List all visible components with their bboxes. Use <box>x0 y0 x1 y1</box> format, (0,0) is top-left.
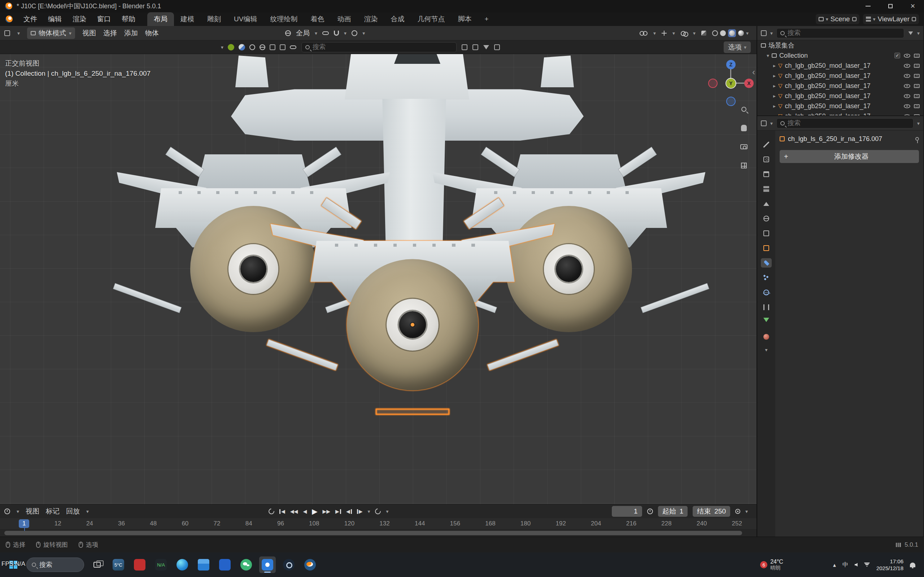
outliner-search[interactable] <box>776 28 904 38</box>
orientation-label[interactable]: 全局 <box>296 29 310 38</box>
xray-toggle-icon[interactable] <box>701 31 706 36</box>
frame-end-field[interactable]: 结束 250 <box>693 506 730 517</box>
tab-texture-paint[interactable]: 纹理绘制 <box>263 12 304 26</box>
file-explorer-button[interactable] <box>195 556 212 573</box>
tab-shading[interactable]: 着色 <box>304 12 331 26</box>
tab-rendering[interactable]: 渲染 <box>357 12 384 26</box>
filter-funnel-icon[interactable] <box>483 45 489 49</box>
tab-collection[interactable] <box>761 229 772 238</box>
tab-world[interactable] <box>761 214 772 223</box>
shield-icon[interactable] <box>494 44 500 50</box>
zoom-button[interactable] <box>739 105 749 114</box>
menu-render[interactable]: 渲染 <box>67 12 92 26</box>
tab-output[interactable] <box>761 169 772 179</box>
tab-modeling[interactable]: 建模 <box>174 12 201 26</box>
play-button[interactable]: ▶ <box>312 507 317 516</box>
close-button[interactable]: × <box>901 0 924 12</box>
tab-layout[interactable]: 布局 <box>147 12 174 26</box>
tab-scripting[interactable]: 脚本 <box>451 12 478 26</box>
tab-animation[interactable]: 动画 <box>331 12 357 26</box>
blender-menu[interactable] <box>0 12 18 26</box>
tab-strip-chevron[interactable]: ▾ <box>765 347 767 353</box>
prev-frame-button[interactable]: ◀ <box>346 508 352 514</box>
timeline-editor-icon[interactable] <box>4 508 10 514</box>
menu-help[interactable]: 帮助 <box>116 12 141 26</box>
weather-widget[interactable]: 6 24°C 晴朗 <box>760 559 783 571</box>
shading-solid-icon[interactable] <box>720 30 726 36</box>
steam-button[interactable] <box>281 556 297 573</box>
ortho-toggle-button[interactable] <box>739 161 749 170</box>
current-frame-field[interactable]: 1 <box>612 506 642 517</box>
navigation-gizmo[interactable]: Z Y X <box>704 56 756 110</box>
timeline-scrollbar[interactable] <box>4 531 742 535</box>
jump-to-start-button[interactable]: ◀ <box>279 508 285 514</box>
outliner-item[interactable]: ▸ ▽ ch_lgb_gb250_mod_laser_17 <box>757 81 923 91</box>
new-viewlayer-icon[interactable] <box>912 17 916 21</box>
editor-type-icon[interactable] <box>4 30 10 36</box>
play-reverse-button[interactable]: ◀ <box>303 508 307 514</box>
menu-add[interactable]: 添加 <box>124 29 138 38</box>
edge-button[interactable] <box>174 556 191 573</box>
timeline-menu-playback[interactable]: 回放 <box>66 507 80 516</box>
tab-object[interactable] <box>761 243 772 253</box>
jump-to-end-button[interactable]: ▶ <box>335 508 341 514</box>
outliner-item[interactable]: ▸ ▽ ch_lgb_gb250_mod_laser_17 <box>757 71 923 81</box>
maximize-button[interactable] <box>879 0 901 12</box>
gizmo-y-axis[interactable]: Y <box>726 79 736 88</box>
collapse-chevron-icon[interactable]: ▾ <box>767 53 769 58</box>
slots-icon[interactable] <box>290 45 296 49</box>
app-red-button[interactable] <box>131 556 148 573</box>
current-frame-playhead[interactable]: 1 <box>19 519 29 528</box>
menu-file[interactable]: 文件 <box>18 12 43 26</box>
expand-chevron-icon[interactable]: ▸ <box>773 73 775 79</box>
new-scene-icon[interactable] <box>852 17 856 21</box>
tab-add-workspace[interactable]: + <box>478 12 495 26</box>
minimize-button[interactable] <box>857 0 879 12</box>
scene-selector[interactable]: ▾ Scene <box>816 14 859 24</box>
properties-editor-icon[interactable] <box>761 121 767 126</box>
options-button[interactable]: 选项 ▾ <box>724 42 751 53</box>
wechat-button[interactable] <box>238 556 254 573</box>
menu-view[interactable]: 视图 <box>82 29 96 38</box>
clipboard-icon[interactable] <box>270 44 275 50</box>
gizmo-neg-z-axis[interactable] <box>726 97 736 106</box>
expand-chevron-icon[interactable]: ▸ <box>773 103 775 109</box>
language-indicator[interactable]: 中 <box>842 561 848 569</box>
tab-physics[interactable] <box>761 288 772 297</box>
shading-rendered-icon[interactable] <box>738 30 744 36</box>
render-visibility-icon[interactable] <box>914 74 920 78</box>
app-blue-button[interactable] <box>216 556 233 573</box>
render-visibility-icon[interactable] <box>914 54 920 58</box>
tab-view-layer[interactable] <box>761 184 772 193</box>
outliner-editor-icon[interactable] <box>761 30 767 36</box>
tray-expand-button[interactable]: ▴ <box>833 561 836 568</box>
gizmo-z-axis[interactable]: Z <box>726 60 736 69</box>
overlays-toggle-icon[interactable] <box>681 31 687 35</box>
shading-material-active[interactable] <box>728 29 736 37</box>
tab-compositing[interactable]: 合成 <box>384 12 411 26</box>
eye-icon[interactable] <box>904 74 910 78</box>
notification-button[interactable] <box>910 562 915 567</box>
show-gizmo-icon[interactable] <box>640 31 648 35</box>
viewport-search-input[interactable] <box>313 43 452 51</box>
shading-ball-icon[interactable] <box>239 44 245 50</box>
list-icon[interactable] <box>472 44 478 50</box>
taskbar-search[interactable]: 搜索 <box>26 558 84 572</box>
render-visibility-icon[interactable] <box>914 104 920 108</box>
gizmo-x-axis[interactable]: X <box>744 79 754 88</box>
outliner-item[interactable]: ▸ ▽ ch_lgb_gb250_mod_laser_17 <box>757 101 923 111</box>
pan-button[interactable] <box>739 123 749 133</box>
next-keyframe-button[interactable]: ▶▶ <box>323 508 331 514</box>
mode-selector[interactable]: 物体模式 ▾ <box>27 27 75 39</box>
frame-start-field[interactable]: 起始 1 <box>658 506 688 517</box>
tab-object-data[interactable] <box>761 318 772 327</box>
tab-uv-editing[interactable]: UV编辑 <box>228 12 263 26</box>
add-modifier-button[interactable]: + 添加修改器 <box>780 150 919 163</box>
tab-material[interactable] <box>761 332 772 342</box>
world-icon[interactable] <box>260 44 265 50</box>
tab-constraints[interactable] <box>761 303 772 312</box>
task-view-button[interactable] <box>89 556 105 573</box>
bookmark-icon[interactable] <box>462 44 467 50</box>
clock-icon[interactable] <box>647 508 653 514</box>
auto-keying-icon[interactable] <box>735 509 740 514</box>
